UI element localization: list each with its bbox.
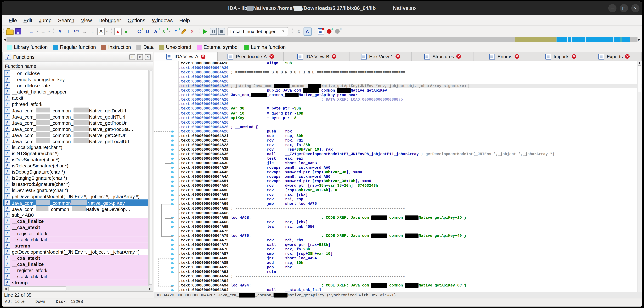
tab-hex-view-1[interactable]: Hex View-1✕ <box>350 52 412 61</box>
cancel-icon[interactable]: × <box>188 28 196 35</box>
disassembly-line[interactable]: .text:0000000000004A21 sub rsp, 30h <box>179 134 642 138</box>
menu-file[interactable]: File <box>6 16 20 24</box>
disassembly-line[interactable]: .text:0000000000004A94 <box>179 279 642 283</box>
disassembly-line[interactable]: .text:0000000000004A36 call __Z21getDeve… <box>179 152 642 156</box>
disassembly-line[interactable]: .text:0000000000004A69 jmp short loc_4A7… <box>179 202 642 206</box>
tab-pseudocode-a[interactable]: Pseudocode-A✕ <box>218 52 284 61</box>
disassembly-line[interactable]: .text:0000000000004A66 mov rsi, rsp <box>179 197 642 202</box>
disassembly-line[interactable]: .text:0000000000004A93 retn <box>179 270 642 274</box>
problems-icon[interactable]: ▲ <box>114 28 122 35</box>
tab-close-icon[interactable]: ✕ <box>201 54 205 59</box>
function-row[interactable]: ƒJava_com__common_Native_getCertUrl <box>3 132 153 138</box>
function-row[interactable]: ƒisStagingSignature(char *) <box>3 175 153 181</box>
tab-ida-view-a[interactable]: IDA View-A✕ <box>154 52 218 61</box>
disassembly-line[interactable]: .text:0000000000004A20 <box>179 120 642 125</box>
function-row[interactable]: ƒ__cxa_finalize <box>3 218 153 224</box>
function-row[interactable]: ƒJava_com__common_Native_getProdSta… <box>3 126 153 132</box>
function-row[interactable]: ƒ__cxa_atexit <box>3 224 153 230</box>
disassembly-line[interactable]: .text:0000000000004A6B mov rax, [rbx] <box>179 220 642 224</box>
navband-right-arrow-icon[interactable]: ► <box>637 38 641 41</box>
function-row[interactable]: ƒJava_com__common_Native_getDevUrl <box>3 107 153 113</box>
pause-process-icon[interactable] <box>210 28 217 35</box>
disassembly-line[interactable]: .text:0000000000004A20 push rbx <box>179 129 642 134</box>
disassembly-line[interactable]: .text:0000000000004A87 cmp rcx, [rsp+38h… <box>179 252 642 256</box>
functions-vscroll-thumb[interactable] <box>149 70 152 285</box>
edit-function-icon[interactable] <box>180 28 188 35</box>
open-pseudocode-icon[interactable]: c <box>304 27 312 35</box>
navigate-back-icon[interactable]: ← <box>28 28 35 35</box>
menu-view[interactable]: View <box>78 16 95 24</box>
function-row[interactable]: ƒJava_com__commonNative_getApiKey <box>3 199 153 206</box>
disassembly-line[interactable]: .text:0000000000004A3D jle short loc_4A6… <box>179 161 642 165</box>
function-row[interactable]: ƒgetDevelopmentModeInt(_JNIEnv *, _jobje… <box>3 249 153 255</box>
tab-imports[interactable]: Imports✕ <box>535 52 587 61</box>
disassembly-line[interactable]: .text:0000000000004A3B test eax, eax <box>179 156 642 161</box>
stop-process-icon[interactable] <box>218 28 226 35</box>
function-row[interactable]: ƒsub_4AB0 <box>3 212 153 218</box>
panel-float-icon[interactable]: ⧉ <box>137 54 143 60</box>
hscroll-right-icon[interactable]: ▶ <box>148 287 153 290</box>
make-code-icon[interactable]: C+ <box>136 28 143 35</box>
hscroll-left-icon[interactable]: ◀ <box>3 287 8 290</box>
start-process-icon[interactable] <box>202 28 209 35</box>
disassembly-line[interactable]: .text:0000000000004A20 ; __unwind { <box>179 125 642 129</box>
function-row[interactable]: ƒgetDevelopmentModeInt(_JNIEnv *, _jobje… <box>3 193 153 199</box>
disassembly-line[interactable]: .text:0000000000004A6E lea rsi, unk_4050 <box>179 224 642 229</box>
close-button[interactable]: × <box>631 4 640 12</box>
disassembly-line[interactable]: .text:0000000000004A8C jnz short loc_4A9… <box>179 256 642 261</box>
function-row[interactable]: ƒisDevTestSignature(char *) <box>3 187 153 193</box>
function-row[interactable]: ƒ__stack_chk_fail <box>3 273 153 280</box>
make-struct-icon[interactable]: s+ <box>160 28 168 35</box>
run-until-return-icon[interactable]: c <box>295 28 302 35</box>
function-name-column-header[interactable]: Function name <box>2 62 153 70</box>
function-row[interactable]: ƒisINTSignature(char *) <box>3 150 153 156</box>
menu-jump[interactable]: Jump <box>36 16 54 24</box>
function-row[interactable]: ƒJava_com__common_Native_getINTUrl <box>3 113 153 119</box>
make-unknown-icon[interactable]: *+ <box>172 28 179 35</box>
hscroll-thumb[interactable] <box>8 287 66 291</box>
disassembly-content[interactable]: .text:0000000000004A18 align 20h.text:00… <box>179 61 642 292</box>
jump-address-icon[interactable]: ↓ <box>89 28 96 35</box>
delete-breakpoint-icon[interactable] <box>334 28 341 35</box>
add-breakpoint-icon[interactable] <box>326 28 333 35</box>
titlebar[interactable]: IDA - libNative.so /home//Downloads/5.17… <box>2 1 642 15</box>
function-row[interactable]: ƒ__atexit_handler_wrapper <box>3 89 153 95</box>
disassembly-line[interactable]: .text:0000000000004A56 mov dword ptr [rs… <box>179 184 642 188</box>
disassembly-line[interactable]: .text:0000000000004A20 ; DATA XREF: LOAD… <box>179 97 642 102</box>
tab-close-icon[interactable]: ✕ <box>515 54 519 59</box>
disassembly-line[interactable]: .text:0000000000004A20 var_10 = qword pt… <box>179 111 642 115</box>
function-row[interactable]: ƒ__on_dlclose <box>3 70 153 76</box>
disassembly-vscrollbar[interactable]: ▲ <box>637 61 642 292</box>
back-history-caret[interactable]: ▼ <box>36 30 39 33</box>
disassembly-line[interactable]: .text:0000000000004A28 mov rax, fs:28h <box>179 143 642 147</box>
function-row[interactable]: ƒisDebugSignature(char *) <box>3 169 153 175</box>
tab-close-icon[interactable]: ✕ <box>572 54 576 59</box>
panel-restore-icon[interactable]: ▯ <box>129 54 135 60</box>
disassembly-line[interactable]: .text:0000000000004A20 <box>179 79 642 84</box>
menu-windows[interactable]: Windows <box>149 16 176 24</box>
disassembly-line[interactable]: .text:0000000000004A20 ; jstring Java_co… <box>179 84 642 88</box>
forward-history-caret[interactable]: ▼ <box>48 30 50 33</box>
disassembly-line[interactable]: .text:0000000000004A8E add rsp, 30h <box>179 261 642 265</box>
function-row[interactable]: ƒisReleaseSignature(char *) <box>3 163 153 169</box>
disassembly-line[interactable]: .text:0000000000004A94 loc_4A94: ; CODE … <box>179 283 642 288</box>
tab-structures[interactable]: Structures✕ <box>412 52 474 61</box>
disassembly-line[interactable]: .text:0000000000004A5E mov [rsp+38h+var_… <box>179 188 642 193</box>
collapse-arrow-icon[interactable]: ▼ <box>155 130 157 132</box>
disassembly-line[interactable]: .text:0000000000004A31 mov [rsp+38h+var_… <box>179 147 642 152</box>
disassembly-line[interactable]: .text:0000000000004A3F movaps xmm0, cs:x… <box>179 165 642 170</box>
vscroll-thumb[interactable] <box>638 65 641 92</box>
function-row[interactable]: ƒisTestProdSignature(char *) <box>3 181 153 187</box>
function-row[interactable]: ƒ__on_dlclose_late <box>3 82 153 89</box>
function-row[interactable]: ƒatexit <box>3 95 153 101</box>
save-file-icon[interactable] <box>14 28 22 35</box>
make-data-icon[interactable]: D+ <box>144 28 151 35</box>
open-file-icon[interactable] <box>6 28 14 35</box>
disassembly-line[interactable]: .text:0000000000004A46 movaps xmmword pt… <box>179 170 642 175</box>
search-binary-icon[interactable]: 101 <box>73 28 80 35</box>
tab-close-icon[interactable]: ✕ <box>396 54 400 59</box>
navigation-band[interactable] <box>7 37 638 42</box>
menu-options[interactable]: Options <box>125 16 148 24</box>
disassembly-line[interactable]: .text:0000000000004A20 var_38 = byte ptr… <box>179 106 642 111</box>
breakpoint-list-icon[interactable] <box>317 28 325 35</box>
